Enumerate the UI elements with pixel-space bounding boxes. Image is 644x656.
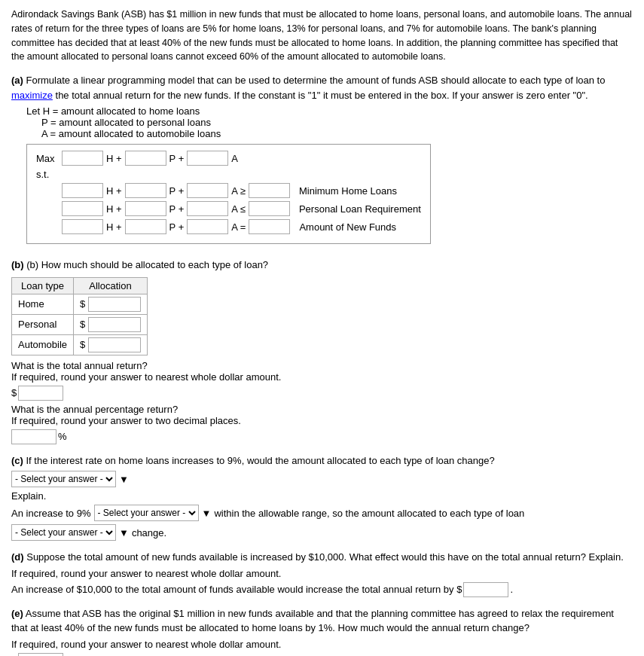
let-a: A = amount allocated to automobile loans <box>41 128 633 139</box>
pct-return-question: What is the annual percentage return? <box>11 404 633 415</box>
loan-type-header: Loan type <box>12 277 74 294</box>
c2-p-coeff[interactable] <box>125 201 166 216</box>
increase-text-pre: An increase to 9% <box>11 508 91 519</box>
total-return-question: What is the total annual return? <box>11 360 633 371</box>
chevron-down-icon-2: ▼ <box>202 508 212 519</box>
part-d-label: (d) Suppose the total amount of new fund… <box>11 550 633 565</box>
part-a-label: (a) Formulate a linear programming model… <box>11 73 633 102</box>
max-h-plus: H + <box>106 153 122 164</box>
loan-personal: Personal <box>12 314 74 334</box>
part-c-select-wrap: - Select your answer - Yes No ▼ <box>11 471 633 487</box>
personal-dollar: $ <box>80 319 85 330</box>
allocation-header: Allocation <box>74 277 148 294</box>
st-label: s.t. <box>36 169 59 180</box>
c2-h-coeff[interactable] <box>62 201 103 216</box>
part-c-label: (c) If the interest rate on home loans i… <box>11 453 633 468</box>
max-p-coeff[interactable] <box>125 151 166 166</box>
st-label-row: s.t. <box>36 169 421 180</box>
period: . <box>510 584 513 595</box>
round-two-note: If required, round your answer to two de… <box>11 415 633 426</box>
round-whole-3: If required, round your answer to neares… <box>11 639 633 650</box>
increase-10k-text: An increase of $10,000 to the total amou… <box>11 584 462 595</box>
c2-h-plus: H + <box>106 203 122 215</box>
let-p: P = amount allocated to personal loans <box>41 117 633 128</box>
table-row: Personal $ <box>12 314 148 334</box>
c3-h-coeff[interactable] <box>62 219 103 234</box>
max-p-plus: P + <box>169 153 185 164</box>
round-whole-2: If required, round your answer to neares… <box>11 568 633 579</box>
within-allowable-text: within the allowable range, so the amoun… <box>214 508 524 519</box>
part-c-select[interactable]: - Select your answer - Yes No <box>11 471 116 487</box>
let-h: Let H = amount allocated to home loans <box>26 105 633 117</box>
chevron-down-icon: ▼ <box>119 474 129 485</box>
part-c-select-3[interactable]: - Select your answer - would would not <box>11 524 116 541</box>
c1-a-label: A ≥ <box>231 185 246 197</box>
automobile-allocation-input[interactable] <box>88 337 141 352</box>
max-a-coeff[interactable] <box>187 151 228 166</box>
max-h-coeff[interactable] <box>62 151 103 166</box>
c2-label: Personal Loan Requirement <box>299 203 421 215</box>
c1-h-plus: H + <box>106 185 122 197</box>
c2-a-coeff[interactable] <box>187 201 228 216</box>
c1-p-plus: P + <box>169 185 185 197</box>
part-e-dollar-wrap: $ <box>11 653 633 657</box>
total-return-dollar: $ <box>11 387 17 398</box>
pct-sign: % <box>58 431 67 442</box>
part-c-select-2[interactable]: - Select your answer - is is not <box>94 505 199 521</box>
c3-p-plus: P + <box>169 221 185 233</box>
total-return-input-wrap: $ <box>11 386 633 401</box>
c1-label: Minimum Home Loans <box>299 185 397 197</box>
part-e-label: (e) Assume that ASB has the original $1 … <box>11 606 633 636</box>
allocation-table: Loan type Allocation Home $ Personal $ <box>11 277 148 355</box>
constraint-1-row: H + P + A ≥ Minimum Home Loans <box>36 183 421 198</box>
c3-a-coeff[interactable] <box>187 219 228 234</box>
home-allocation: $ <box>74 294 148 314</box>
c1-p-coeff[interactable] <box>125 183 166 198</box>
part-d-answer-row: An increase of $10,000 to the total amou… <box>11 582 633 597</box>
table-row: Automobile $ <box>12 334 148 355</box>
change-row: - Select your answer - would would not ▼… <box>11 524 633 541</box>
home-allocation-input[interactable] <box>88 297 141 312</box>
constraint-2-row: H + P + A ≤ Personal Loan Requirement <box>36 201 421 216</box>
home-dollar: $ <box>80 298 85 310</box>
c1-rhs[interactable] <box>249 183 290 198</box>
c3-a-label: A = <box>231 221 246 233</box>
intro-text: Adirondack Savings Bank (ASB) has $1 mil… <box>11 8 633 64</box>
automobile-allocation: $ <box>74 334 148 355</box>
max-label: Max <box>36 153 59 164</box>
max-row: Max H + P + A <box>36 151 421 166</box>
part-e-return-input[interactable] <box>18 653 63 657</box>
part-d-return-input[interactable] <box>463 582 508 597</box>
part-b-label: (b) (b) How much should be allocated to … <box>11 258 633 273</box>
total-return-input[interactable] <box>18 386 63 401</box>
lp-model-table: Max H + P + A s.t. H + P + A ≥ Minimum H… <box>26 144 431 244</box>
loan-home: Home <box>12 294 74 314</box>
variable-definitions: Let H = amount allocated to home loans P… <box>26 105 633 139</box>
constraint-3-row: H + P + A = Amount of New Funds <box>36 219 421 234</box>
change-label: change. <box>132 527 166 539</box>
personal-allocation: $ <box>74 314 148 334</box>
c3-p-coeff[interactable] <box>125 219 166 234</box>
c2-a-label: A ≤ <box>231 203 246 215</box>
c3-label: Amount of New Funds <box>299 221 396 233</box>
c3-h-plus: H + <box>106 221 122 233</box>
chevron-down-icon-3: ▼ <box>119 527 129 539</box>
loan-automobile: Automobile <box>12 334 74 355</box>
c1-a-coeff[interactable] <box>187 183 228 198</box>
table-row: Home $ <box>12 294 148 314</box>
c1-h-coeff[interactable] <box>62 183 103 198</box>
explain-row: An increase to 9% - Select your answer -… <box>11 505 633 521</box>
automobile-dollar: $ <box>80 339 85 350</box>
max-a-label: A <box>231 153 238 164</box>
c2-p-plus: P + <box>169 203 185 215</box>
explain-label: Explain. <box>11 490 633 502</box>
personal-allocation-input[interactable] <box>88 317 141 332</box>
pct-return-input-wrap: % <box>11 429 633 444</box>
round-whole-note: If required, round your answer to neares… <box>11 371 633 383</box>
c2-rhs[interactable] <box>249 201 290 216</box>
c3-rhs[interactable] <box>249 219 290 234</box>
pct-return-input[interactable] <box>11 429 56 444</box>
